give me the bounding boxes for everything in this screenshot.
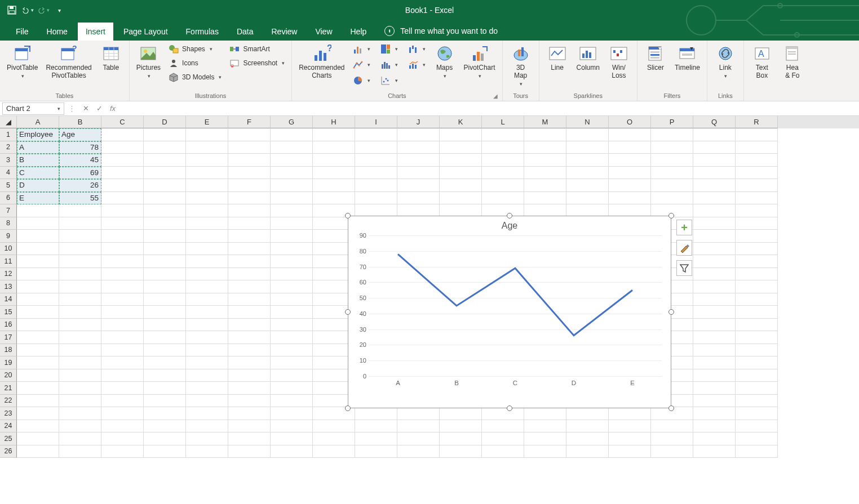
cell[interactable] [228, 356, 271, 369]
row-header[interactable]: 5 [0, 179, 17, 192]
row-header[interactable]: 19 [0, 356, 17, 369]
cell[interactable] [651, 154, 693, 167]
cell[interactable] [397, 179, 440, 192]
cell[interactable] [17, 369, 59, 382]
cell[interactable] [440, 420, 482, 433]
cell[interactable] [693, 280, 736, 293]
col-header[interactable]: K [440, 116, 482, 128]
cell[interactable] [271, 255, 313, 268]
cell[interactable] [144, 141, 186, 154]
tab-file[interactable]: File [8, 23, 37, 41]
worksheet-grid[interactable]: ◢ A B C D E F G H I J K L M N O P Q R 1E… [0, 116, 859, 458]
cell[interactable] [59, 395, 101, 408]
cell[interactable] [101, 154, 144, 167]
cell[interactable] [186, 382, 228, 395]
cell[interactable] [566, 192, 609, 205]
cell[interactable] [228, 167, 271, 180]
scatter-chart-button[interactable]: ▾ [378, 74, 400, 87]
cell[interactable] [440, 407, 482, 420]
textbox-button[interactable]: AText Box [749, 43, 776, 81]
tab-insert[interactable]: Insert [78, 23, 113, 41]
cell[interactable] [17, 255, 59, 268]
cell[interactable] [524, 167, 566, 180]
cell[interactable] [736, 293, 778, 306]
customize-qat-icon[interactable]: ▾ [53, 4, 65, 16]
cell[interactable] [609, 141, 651, 154]
cell[interactable] [144, 356, 186, 369]
cell[interactable] [524, 445, 566, 458]
col-header[interactable]: D [144, 116, 186, 128]
pivottable-button[interactable]: PivotTable▾ [5, 43, 40, 80]
cell[interactable] [609, 432, 651, 445]
cell[interactable]: 45 [59, 154, 101, 167]
cell[interactable] [144, 268, 186, 281]
cell[interactable] [355, 445, 397, 458]
cell[interactable] [693, 331, 736, 344]
cell[interactable] [144, 179, 186, 192]
cell[interactable] [482, 128, 524, 141]
cell[interactable] [693, 395, 736, 408]
cell[interactable] [271, 395, 313, 408]
cell[interactable] [524, 192, 566, 205]
cell[interactable] [271, 280, 313, 293]
table-button[interactable]: Table [98, 43, 125, 73]
col-header[interactable]: G [271, 116, 313, 128]
cell[interactable] [271, 128, 313, 141]
cell[interactable] [17, 382, 59, 395]
cell[interactable] [144, 255, 186, 268]
cell[interactable] [566, 179, 609, 192]
save-icon[interactable] [6, 4, 18, 16]
cell[interactable] [271, 179, 313, 192]
cell[interactable] [228, 268, 271, 281]
cell[interactable] [186, 280, 228, 293]
col-header[interactable]: J [397, 116, 440, 128]
cell[interactable] [59, 204, 101, 217]
cell[interactable] [59, 356, 101, 369]
cell[interactable] [736, 217, 778, 230]
row-header[interactable]: 6 [0, 192, 17, 205]
cell[interactable] [186, 204, 228, 217]
cell[interactable] [144, 432, 186, 445]
cell[interactable] [144, 128, 186, 141]
cell[interactable] [17, 356, 59, 369]
cell[interactable] [651, 192, 693, 205]
row-header[interactable]: 11 [0, 255, 17, 268]
cell[interactable] [144, 280, 186, 293]
cell[interactable] [228, 420, 271, 433]
row-header[interactable]: 18 [0, 344, 17, 357]
cell[interactable] [693, 230, 736, 243]
cell[interactable] [186, 141, 228, 154]
cell[interactable] [271, 230, 313, 243]
cell[interactable] [186, 306, 228, 319]
cell[interactable] [101, 128, 144, 141]
cell[interactable] [440, 154, 482, 167]
cell[interactable] [101, 382, 144, 395]
row-header[interactable]: 4 [0, 167, 17, 180]
cell[interactable] [228, 204, 271, 217]
cell[interactable] [101, 204, 144, 217]
row-header[interactable]: 10 [0, 243, 17, 256]
col-header[interactable]: I [355, 116, 397, 128]
chart-object[interactable]: Age 0102030405060708090 ABCDE + [348, 216, 671, 408]
cell[interactable] [144, 331, 186, 344]
chart-y-axis[interactable]: 0102030405060708090 [352, 235, 367, 376]
cell[interactable] [736, 331, 778, 344]
cell[interactable] [440, 179, 482, 192]
cell[interactable] [566, 167, 609, 180]
chart-elements-button[interactable]: + [676, 220, 692, 235]
row-header[interactable]: 8 [0, 217, 17, 230]
cell[interactable] [144, 395, 186, 408]
cell[interactable] [59, 306, 101, 319]
cell[interactable] [17, 204, 59, 217]
cell[interactable] [440, 192, 482, 205]
undo-icon[interactable]: ▾ [21, 4, 34, 16]
cell[interactable] [693, 167, 736, 180]
chart-plot-area[interactable]: 0102030405060708090 [369, 235, 662, 376]
cell[interactable] [440, 141, 482, 154]
cell[interactable] [59, 445, 101, 458]
col-header[interactable]: N [566, 116, 609, 128]
cell[interactable] [186, 268, 228, 281]
tab-data[interactable]: Data [229, 23, 262, 41]
cell[interactable] [59, 230, 101, 243]
cell[interactable] [17, 217, 59, 230]
